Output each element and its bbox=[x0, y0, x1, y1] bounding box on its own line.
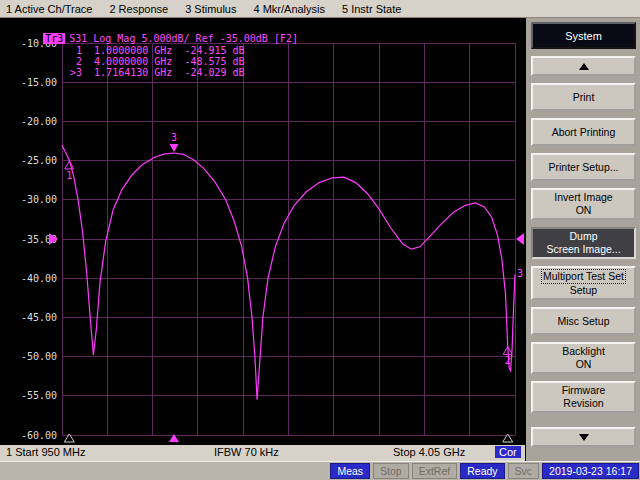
status-svc: Svc bbox=[508, 463, 540, 479]
sweep-info-bar: 1 Start 950 MHz IFBW 70 kHz Stop 4.05 GH… bbox=[0, 445, 525, 461]
down-arrow-icon bbox=[579, 434, 589, 441]
status-2019-03-23-16-17: 2019-03-23 16:17 bbox=[542, 463, 639, 479]
up-arrow-icon bbox=[579, 63, 589, 70]
y-axis-label: -20.00 bbox=[21, 116, 57, 127]
svg-text:1: 1 bbox=[66, 170, 72, 181]
softkey-misc-setup[interactable]: Misc Setup bbox=[531, 307, 636, 335]
status-meas: Meas bbox=[330, 463, 370, 479]
softkey-printer-setup[interactable]: Printer Setup... bbox=[531, 153, 636, 181]
ifbw-label: IFBW 70 kHz bbox=[214, 446, 279, 458]
display-area: -10.00-15.00-20.00-25.00-30.00-35.00-40.… bbox=[0, 18, 525, 445]
menu-item-2-response[interactable]: 2 Response bbox=[109, 3, 168, 15]
softkey-invert-image-on[interactable]: Invert ImageON bbox=[531, 188, 636, 220]
softkey-scroll-up-button[interactable] bbox=[531, 56, 636, 76]
y-axis-label: -60.00 bbox=[21, 430, 57, 441]
measurement-graph: -10.00-15.00-20.00-25.00-30.00-35.00-40.… bbox=[0, 18, 525, 445]
softkey-menu: System PrintAbort PrintingPrinter Setup.… bbox=[525, 18, 640, 461]
menu-bar: 1 Active Ch/Trace2 Response3 Stimulus4 M… bbox=[0, 0, 640, 18]
softkey-scroll-down-button[interactable] bbox=[531, 427, 636, 447]
softkey-multiport-test-set-setup[interactable]: Multiport Test SetSetup bbox=[531, 266, 636, 300]
trace-number-right-edge: 3 bbox=[517, 268, 523, 279]
softkey-abort-printing[interactable]: Abort Printing bbox=[531, 118, 636, 146]
marker-readout-table: 1 1.0000000 GHz -24.915 dB 2 4.0000000 G… bbox=[70, 45, 245, 78]
y-axis-label: -45.00 bbox=[21, 312, 57, 323]
menu-item-4-mkr-analysis[interactable]: 4 Mkr/Analysis bbox=[253, 3, 325, 15]
y-axis-label: -15.00 bbox=[21, 77, 57, 88]
menu-item-1-active-ch-trace[interactable]: 1 Active Ch/Trace bbox=[6, 3, 92, 15]
y-axis-label: -50.00 bbox=[21, 351, 57, 362]
status-stop: Stop bbox=[373, 463, 409, 479]
correction-badge: Cor bbox=[495, 446, 521, 458]
svg-text:2: 2 bbox=[505, 355, 511, 366]
ref-level-arrow-right bbox=[516, 233, 524, 245]
marker-readout-row: 2 4.0000000 GHz -48.575 dB bbox=[70, 56, 245, 67]
softkey-firmware-revision[interactable]: FirmwareRevision bbox=[531, 381, 636, 413]
menu-item-5-instr-state[interactable]: 5 Instr State bbox=[342, 3, 401, 15]
status-extref: ExtRef bbox=[412, 463, 458, 479]
trace-settings-text: S31 Log Mag 5.000dB/ Ref -35.00dB [F2] bbox=[69, 33, 298, 44]
y-axis-label: -40.00 bbox=[21, 273, 57, 284]
softkey-backlight-on[interactable]: BacklightON bbox=[531, 342, 636, 374]
softkey-print[interactable]: Print bbox=[531, 83, 636, 111]
start-frequency-label: 1 Start 950 MHz bbox=[6, 446, 85, 458]
softkey-menu-title-system[interactable]: System bbox=[531, 22, 636, 49]
softkey-button-list: PrintAbort PrintingPrinter Setup...Inver… bbox=[531, 83, 636, 420]
y-axis-label: -55.00 bbox=[21, 390, 57, 401]
stop-frequency-label: Stop 4.05 GHz bbox=[393, 446, 465, 458]
menu-item-3-stimulus[interactable]: 3 Stimulus bbox=[185, 3, 236, 15]
status-badge-row: MeasStopExtRefReadySvc2019-03-23 16:17 bbox=[330, 463, 639, 479]
y-axis-label: -30.00 bbox=[21, 194, 57, 205]
graticule bbox=[62, 43, 515, 435]
y-axis-label: -25.00 bbox=[21, 155, 57, 166]
marker-readout-row: 1 1.0000000 GHz -24.915 dB bbox=[70, 45, 245, 56]
marker-readout-row: >3 1.7164130 GHz -24.029 dB bbox=[70, 67, 245, 78]
svg-text:3: 3 bbox=[171, 132, 177, 143]
status-bar: MeasStopExtRefReadySvc2019-03-23 16:17 bbox=[0, 461, 640, 480]
active-trace-chip[interactable]: Tr3 bbox=[43, 33, 65, 44]
vna-instrument-screen: 1 Active Ch/Trace2 Response3 Stimulus4 M… bbox=[0, 0, 640, 480]
status-ready: Ready bbox=[460, 463, 504, 479]
marker-1: 1 bbox=[64, 161, 74, 442]
softkey-dump-screen-image[interactable]: DumpScreen Image... bbox=[531, 227, 636, 259]
